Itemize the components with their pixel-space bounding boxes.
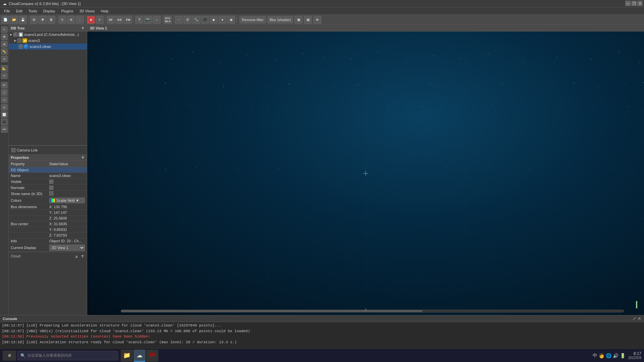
tree-checkbox-clean[interactable] bbox=[19, 45, 23, 49]
tb-extra-2[interactable]: ⚙ bbox=[183, 16, 192, 24]
lt-segment[interactable]: ✂ bbox=[1, 72, 8, 79]
tb-shader-1[interactable]: ▣ bbox=[294, 16, 303, 24]
normals-checkbox[interactable] bbox=[49, 186, 53, 190]
prop-label-info: Info bbox=[9, 238, 47, 244]
db-tree-close[interactable]: ▼ bbox=[81, 26, 85, 31]
type-scroll-down[interactable]: ▼ bbox=[80, 253, 85, 259]
lt-cursor[interactable]: ↖ bbox=[1, 26, 8, 33]
prop-value-show-name[interactable] bbox=[47, 191, 87, 197]
close-button[interactable]: ✕ bbox=[637, 1, 643, 6]
menu-help[interactable]: Help bbox=[98, 8, 111, 14]
lt-move[interactable]: ✥ bbox=[1, 34, 8, 40]
prop-value-box-center-y: Y: 9.85932 bbox=[47, 227, 87, 233]
menu-plugins[interactable]: Plugins bbox=[58, 8, 76, 14]
tree-expand-root[interactable]: ▶ bbox=[10, 33, 12, 36]
camera-link-checkbox[interactable] bbox=[11, 148, 15, 152]
tb-extra-3[interactable]: 🔧 bbox=[192, 16, 200, 24]
tree-item-clean[interactable]: scans3.clean bbox=[9, 44, 87, 50]
canvas-background bbox=[87, 32, 644, 315]
remove-filter-button[interactable]: Remove filter bbox=[239, 16, 266, 23]
tb-extra-4[interactable]: ⬛ bbox=[201, 16, 209, 24]
tb-sphere[interactable]: ○ bbox=[153, 16, 161, 24]
visible-checkbox[interactable] bbox=[49, 180, 53, 184]
tb-nc-mls[interactable]: N+C MLS bbox=[164, 16, 172, 24]
prop-row-box-dim: Box dimensions X: 132.795 bbox=[9, 204, 87, 210]
tb-shader-3[interactable]: ≋ bbox=[313, 16, 321, 24]
tb-deselect[interactable]: ✖ bbox=[39, 16, 47, 24]
tree-item-scans3[interactable]: ▶ 📁 scans3 bbox=[9, 38, 87, 44]
prop-value-normals[interactable] bbox=[47, 185, 87, 191]
prop-label-visible: Visible bbox=[9, 179, 47, 185]
menu-file[interactable]: File bbox=[1, 8, 13, 14]
lt-box2[interactable]: ⬛ bbox=[1, 119, 8, 125]
prop-value-info: Object ID: 20 - Ch... bbox=[47, 238, 87, 244]
lt-poly[interactable]: ⬡ bbox=[1, 89, 8, 96]
prop-label-colors: Colors bbox=[9, 197, 47, 204]
window-controls: — ❐ ✕ bbox=[625, 1, 643, 6]
lt-box[interactable]: ⬜ bbox=[1, 111, 8, 118]
prop-row-box-center-z: Z: 7.83793 bbox=[9, 233, 87, 238]
properties-panel: Properties ▼ Property State/Value CC Obj… bbox=[9, 154, 87, 315]
lt-profile[interactable]: 📐 bbox=[1, 65, 8, 72]
lt-zoom[interactable]: ⊕ bbox=[1, 41, 8, 48]
lt-extra[interactable]: ••• bbox=[1, 126, 8, 133]
taskbar-app-wps[interactable]: W bbox=[146, 350, 158, 362]
tb-scalar[interactable]: ≡ bbox=[96, 16, 104, 24]
tb-subsample[interactable]: ⋮ bbox=[76, 16, 84, 24]
prop-value-visible[interactable] bbox=[47, 179, 87, 185]
tb-clone[interactable]: ⎘ bbox=[58, 16, 66, 24]
minimize-button[interactable]: — bbox=[625, 1, 631, 6]
tree-checkbox-root[interactable] bbox=[13, 33, 17, 37]
lt-rect[interactable]: ▭ bbox=[1, 97, 8, 103]
tb-extra-5[interactable]: ◆ bbox=[210, 16, 218, 24]
lt-label[interactable]: 🏷 bbox=[1, 82, 8, 88]
taskbar-app-cloudcompare[interactable]: ☁ bbox=[133, 350, 146, 362]
tree-checkbox-scans3[interactable] bbox=[17, 39, 21, 43]
type-scroll-up[interactable]: ▲ bbox=[74, 253, 79, 259]
tb-camera[interactable]: 📷 bbox=[144, 16, 152, 24]
console-close[interactable]: ✕ bbox=[638, 316, 641, 321]
view-3d-panel: 3D View 1 bbox=[87, 25, 644, 315]
menu-edit[interactable]: Edit bbox=[13, 8, 25, 14]
tb-sensor[interactable]: 🔭 bbox=[135, 16, 143, 24]
colors-dropdown[interactable]: Scalar field ▼ bbox=[49, 198, 85, 203]
menu-tools[interactable]: Tools bbox=[26, 8, 40, 14]
start-button[interactable]: ⊞ bbox=[3, 351, 16, 361]
prop-value-display[interactable]: 3D View 1 bbox=[47, 244, 87, 252]
prop-row-colors: Colors Scalar field ▼ bbox=[9, 197, 87, 204]
show-name-checkbox[interactable] bbox=[49, 191, 53, 195]
menu-display[interactable]: Display bbox=[40, 8, 58, 14]
tb-save[interactable]: 💾 bbox=[19, 16, 27, 24]
restore-button[interactable]: ❐ bbox=[631, 1, 637, 6]
prop-row-normals: Normals bbox=[9, 185, 87, 191]
tree-expand-scans3[interactable]: ▶ bbox=[14, 39, 16, 42]
tb-extra-1[interactable]: ⋯ bbox=[175, 16, 183, 24]
menu-3d-views[interactable]: 3D Views bbox=[77, 8, 98, 14]
taskbar-search[interactable]: 🔍 在这里输入你要搜索的内容 bbox=[17, 351, 118, 360]
tb-extra-7[interactable]: ◉ bbox=[227, 16, 235, 24]
tb-select-all[interactable]: ⊞ bbox=[30, 16, 38, 24]
tb-new[interactable]: 📄 bbox=[1, 16, 9, 24]
tb-extra-6[interactable]: ● bbox=[218, 16, 226, 24]
taskbar-app-explorer[interactable]: 📁 bbox=[121, 350, 133, 362]
tb-shader-2[interactable]: ▦ bbox=[304, 16, 312, 24]
tb-fm[interactable]: FM bbox=[124, 16, 132, 24]
console-maximize[interactable]: ⤢ bbox=[633, 316, 636, 321]
point-cloud-canvas[interactable]: 4 bbox=[87, 32, 644, 315]
tb-merge[interactable]: ⊕ bbox=[67, 16, 75, 24]
tb-kd[interactable]: Kd bbox=[115, 16, 123, 24]
current-display-select[interactable]: 3D View 1 bbox=[49, 245, 85, 251]
blur-shader-button[interactable]: Blur (shader) bbox=[267, 16, 293, 23]
tb-delete[interactable]: 🗑 bbox=[47, 16, 55, 24]
tb-sf[interactable]: SF bbox=[107, 16, 115, 24]
lt-slice[interactable]: ⧄ bbox=[1, 104, 8, 111]
lt-ruler[interactable]: 📏 bbox=[1, 48, 8, 55]
tb-open[interactable]: 📂 bbox=[10, 16, 18, 24]
tb-color[interactable]: ■ bbox=[87, 16, 95, 24]
prop-value-colors[interactable]: Scalar field ▼ bbox=[47, 197, 87, 204]
lt-point[interactable]: ⊙ bbox=[1, 56, 8, 62]
properties-close[interactable]: ▼ bbox=[81, 155, 85, 160]
prop-label-box-dim: Box dimensions bbox=[9, 204, 47, 210]
tree-item-root[interactable]: ▶ 📄 scans3.pcd (C:/Users/Administ...) bbox=[9, 32, 87, 38]
tb-sep-6 bbox=[162, 16, 162, 23]
